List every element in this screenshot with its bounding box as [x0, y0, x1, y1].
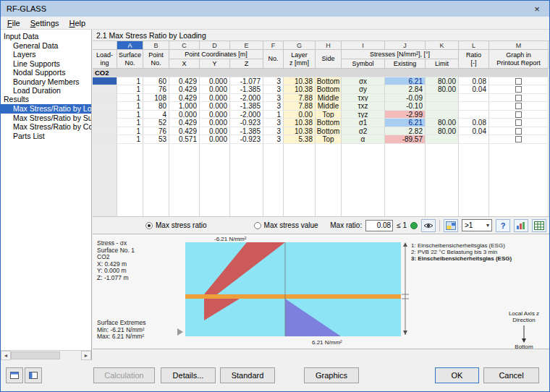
cell-graph[interactable] — [489, 94, 549, 103]
stress-filter-dropdown[interactable]: >1 ▾ — [462, 219, 492, 231]
toggle-panel-icon-2[interactable] — [25, 367, 42, 383]
cell-no[interactable]: 1 — [263, 111, 284, 119]
cell-y[interactable]: 0.000 — [200, 102, 230, 111]
details-button[interactable]: Details... — [161, 367, 216, 383]
radio-max-stress-ratio[interactable]: Max stress ratio — [145, 221, 207, 229]
cancel-button[interactable]: Cancel — [483, 367, 539, 383]
cell-limit[interactable] — [426, 111, 459, 119]
nav-item[interactable]: Max Stress/Ratio by Composition — [1, 122, 91, 131]
cell-y[interactable]: 0.000 — [200, 135, 230, 144]
cell-layer_z[interactable]: 7.88 — [284, 102, 316, 111]
cell-ratio[interactable]: 0.04 — [459, 127, 489, 136]
cell-no[interactable]: 3 — [263, 135, 284, 144]
graphics-button[interactable]: Graphics — [304, 367, 359, 383]
cell-existing[interactable]: 6.21 — [385, 119, 426, 127]
cell-layer_z[interactable]: 10.38 — [284, 77, 316, 86]
cell-limit[interactable] — [426, 135, 459, 144]
result-diagram-icon[interactable] — [514, 219, 528, 232]
cell-surface[interactable]: 1 — [117, 77, 143, 86]
cell-point[interactable]: 108 — [143, 94, 169, 103]
scrollbar-thumb[interactable] — [11, 351, 60, 359]
nav-item[interactable]: Boundary Members — [1, 77, 91, 86]
cell-layer_z[interactable]: 10.38 — [284, 127, 316, 136]
cell-surface[interactable]: 1 — [117, 85, 143, 94]
cell-ratio[interactable] — [459, 102, 489, 111]
printout-checkbox[interactable] — [515, 136, 522, 142]
cell-x[interactable]: 0.571 — [169, 135, 200, 144]
cell-z[interactable]: -0.923 — [230, 135, 263, 144]
cell-layer_z[interactable]: 10.38 — [284, 85, 316, 94]
cell-y[interactable]: 0.000 — [200, 119, 230, 127]
max-ratio-input[interactable] — [365, 220, 393, 231]
export-table-icon[interactable] — [532, 219, 546, 232]
cell-y[interactable]: 0.000 — [200, 85, 230, 94]
cell-layer_z[interactable]: 10.38 — [284, 119, 316, 127]
cell-symbol[interactable]: σ2 — [342, 127, 385, 136]
printout-checkbox[interactable] — [515, 95, 522, 101]
cell-limit[interactable]: 80.00 — [426, 85, 459, 94]
cell-graph[interactable] — [489, 127, 549, 136]
column-letter[interactable]: A — [117, 41, 143, 50]
cell-side[interactable]: Bottom — [316, 77, 342, 86]
cell-x[interactable]: 0.000 — [169, 111, 200, 119]
nav-section[interactable]: Results — [1, 95, 91, 104]
column-letter[interactable]: L — [459, 41, 489, 50]
cell-ratio[interactable] — [459, 135, 489, 144]
cell-y[interactable]: 0.000 — [200, 111, 230, 119]
radio-max-stress-value[interactable]: Max stress value — [254, 221, 318, 229]
scrollbar-track[interactable] — [11, 351, 81, 360]
cell-ratio[interactable]: 0.08 — [459, 119, 489, 127]
cell-loading[interactable] — [93, 119, 117, 127]
cell-existing[interactable]: 2.84 — [385, 85, 426, 94]
ok-button[interactable]: OK — [435, 367, 479, 383]
cell-loading[interactable] — [93, 77, 117, 86]
nav-item[interactable]: Load Duration — [1, 86, 91, 95]
cell-limit[interactable] — [426, 94, 459, 103]
cell-symbol[interactable]: α — [342, 135, 385, 144]
printout-checkbox[interactable] — [515, 128, 522, 135]
cell-existing[interactable]: 6.21 — [385, 77, 426, 86]
cell-x[interactable]: 0.429 — [169, 77, 200, 86]
column-letter[interactable]: C — [169, 41, 200, 50]
column-letter[interactable]: E — [230, 41, 263, 50]
cell-graph[interactable] — [489, 77, 549, 86]
cell-y[interactable]: 0.000 — [200, 94, 230, 103]
cell-surface[interactable]: 1 — [117, 119, 143, 127]
cell-surface[interactable]: 1 — [117, 135, 143, 144]
cell-limit[interactable]: 80.00 — [426, 77, 459, 86]
cell-no[interactable]: 3 — [263, 127, 284, 136]
cell-symbol[interactable]: τyz — [342, 111, 385, 119]
cell-z[interactable]: -1.385 — [230, 85, 263, 94]
cell-point[interactable]: 4 — [143, 111, 169, 119]
cell-graph[interactable] — [489, 85, 549, 94]
cell-limit[interactable] — [426, 102, 459, 111]
cell-side[interactable]: Top — [316, 111, 342, 119]
cell-side[interactable]: Middle — [316, 94, 342, 103]
cell-loading[interactable] — [93, 94, 117, 103]
cell-symbol[interactable]: τxz — [342, 102, 385, 111]
cell-symbol[interactable]: τxy — [342, 94, 385, 103]
column-letter[interactable]: M — [489, 41, 549, 50]
printout-checkbox[interactable] — [515, 78, 522, 85]
cell-side[interactable]: Top — [316, 135, 342, 144]
nav-item[interactable]: Max Stress/Ratio by Surface — [1, 114, 91, 122]
help-icon[interactable]: ? — [496, 219, 510, 232]
nav-item[interactable]: Layers — [1, 50, 91, 59]
printout-checkbox[interactable] — [515, 103, 522, 109]
cell-point[interactable]: 80 — [143, 102, 169, 111]
cell-layer_z[interactable]: 0.00 — [284, 111, 316, 119]
cell-existing[interactable]: -89.57 — [385, 135, 426, 144]
view-result-icon[interactable] — [421, 219, 436, 232]
cell-z[interactable]: -1.385 — [230, 127, 263, 136]
cell-ratio[interactable] — [459, 111, 489, 119]
cell-limit[interactable]: 80.00 — [426, 127, 459, 136]
column-letter[interactable]: G — [284, 41, 316, 50]
cell-existing[interactable]: -0.09 — [385, 94, 426, 103]
column-letter[interactable]: D — [200, 41, 230, 50]
cell-z[interactable]: -1.077 — [230, 77, 263, 86]
cell-x[interactable]: 0.429 — [169, 119, 200, 127]
cell-y[interactable]: 0.000 — [200, 77, 230, 86]
cell-point[interactable]: 76 — [143, 127, 169, 136]
nav-item[interactable]: Parts List — [1, 132, 91, 140]
cell-x[interactable]: 0.429 — [169, 94, 200, 103]
